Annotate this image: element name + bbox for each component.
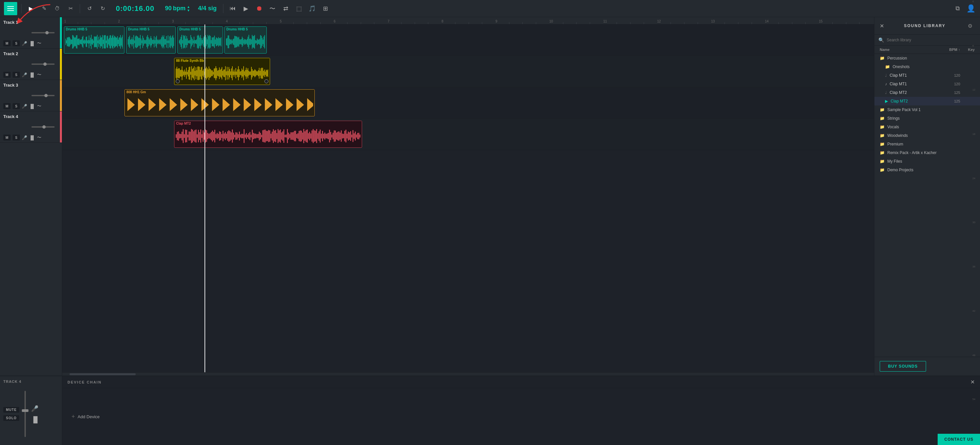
track3-mic-icon[interactable]: 🎤: [22, 104, 27, 109]
library-item-2[interactable]: ♩ Clap MT1 120: [874, 71, 980, 80]
skip-back-button[interactable]: ⏮: [228, 3, 238, 14]
library-item-8[interactable]: 📁 Vocals: [874, 123, 980, 131]
redo-button[interactable]: ↻: [97, 3, 108, 14]
library-item-9[interactable]: 📁 Woodwinds: [874, 131, 980, 140]
library-item-6[interactable]: 📁 Sample Pack Vol 1: [874, 106, 980, 114]
track-volume-2[interactable]: [32, 63, 55, 65]
mic-icon-bottom[interactable]: 🎤: [31, 405, 40, 412]
svg-rect-470: [288, 132, 289, 139]
svg-rect-435: [247, 135, 248, 137]
timeline-ruler[interactable]: 123456789101112131415: [62, 17, 874, 24]
track1-mute[interactable]: M: [3, 40, 11, 46]
library-item-5[interactable]: ▶ Clap MT2 125: [874, 97, 980, 106]
library-item-1[interactable]: 📁 Oneshots: [874, 62, 980, 71]
svg-rect-483: [304, 129, 304, 143]
window-btn[interactable]: ⧉: [952, 3, 963, 14]
fader-thumb[interactable]: [22, 409, 29, 412]
mix-button[interactable]: ⊞: [320, 3, 331, 14]
library-close-button[interactable]: ✕: [880, 23, 884, 29]
bpm-arrows[interactable]: ▲▼: [187, 5, 190, 12]
svg-rect-383: [186, 130, 187, 142]
loop-button[interactable]: ⇄: [280, 3, 291, 14]
clip-clap[interactable]: Clap MT2: [174, 121, 362, 148]
library-item-3[interactable]: ♪ Clap MT1 120: [874, 80, 980, 88]
track1-wave-icon[interactable]: 〜: [37, 40, 41, 46]
library-item-7[interactable]: 📁 Strings: [874, 114, 980, 123]
undo-icon: ↺: [88, 5, 92, 11]
svg-rect-377: [180, 133, 180, 139]
library-item-10[interactable]: 📁 Premium: [874, 140, 980, 149]
track1-eq-icon[interactable]: ▐▌: [29, 41, 35, 46]
clip-loop-handle-left[interactable]: [176, 79, 180, 83]
timer-tool-button[interactable]: ⏱: [52, 3, 62, 14]
track-volume-1[interactable]: [32, 32, 55, 33]
library-item-0[interactable]: 📁 Percussion: [874, 54, 980, 62]
metronome-button[interactable]: 🎵: [307, 3, 317, 14]
track4-solo[interactable]: S: [13, 135, 20, 141]
track4-mute[interactable]: M: [3, 135, 11, 141]
pencil-tool-button[interactable]: ✎: [39, 3, 49, 14]
svg-rect-401: [207, 133, 208, 139]
clip-808[interactable]: 808 HH1 Gm: [124, 89, 315, 116]
svg-rect-473: [291, 132, 293, 139]
clip-drums-2[interactable]: Drums HHB 5: [126, 27, 176, 54]
track4-eq-icon[interactable]: ▐▌: [29, 135, 35, 140]
track2-mic-icon[interactable]: 🎤: [22, 73, 27, 78]
library-item-11[interactable]: 📁 Remix Pack - Artik x Kacher: [874, 149, 980, 157]
track2-solo[interactable]: S: [13, 72, 20, 78]
solo-button[interactable]: SOLO: [3, 415, 19, 421]
select-tool-button[interactable]: ▶: [25, 3, 36, 14]
clip-drums-4[interactable]: Drums HHB 5: [224, 27, 267, 54]
library-item-4[interactable]: ♩ Clap MT2 125: [874, 88, 980, 97]
svg-rect-64: [113, 35, 113, 49]
track3-eq-icon[interactable]: ▐▌: [29, 104, 35, 109]
mute-button[interactable]: MUTE: [3, 407, 19, 413]
svg-rect-169: [202, 40, 202, 44]
track3-wave-icon[interactable]: 〜: [37, 103, 41, 109]
track2-wave-icon[interactable]: 〜: [37, 72, 41, 78]
track4-mic-icon[interactable]: 🎤: [22, 135, 27, 140]
track4-wave-icon[interactable]: 〜: [37, 135, 41, 141]
buy-sounds-button[interactable]: BUY SOUNDS: [880, 361, 926, 372]
library-item-12[interactable]: 📁 My Files: [874, 157, 980, 166]
track1-mic-icon[interactable]: 🎤: [22, 41, 27, 46]
clip-loop-handle-right[interactable]: [264, 79, 269, 83]
track3-mute[interactable]: M: [3, 103, 11, 109]
record-button[interactable]: ⏺: [254, 3, 264, 14]
track3-solo[interactable]: S: [13, 103, 20, 109]
add-device-button[interactable]: + Add Device: [67, 411, 103, 423]
svg-rect-299: [222, 67, 223, 79]
svg-rect-121: [161, 39, 161, 44]
clip-waveform: [126, 32, 175, 52]
track2-mute[interactable]: M: [3, 72, 11, 78]
library-item-13[interactable]: 📁 Demo Projects: [874, 166, 980, 174]
ruler-tick: [361, 22, 361, 24]
vertical-fader[interactable]: [24, 391, 26, 437]
svg-rect-81: [128, 39, 129, 44]
eq-icon-bottom[interactable]: ▐▌: [31, 416, 40, 423]
track1-solo[interactable]: S: [13, 40, 20, 46]
svg-rect-325: [244, 71, 245, 75]
clip-drums-3[interactable]: Drums HHB 5: [177, 27, 223, 54]
svg-rect-85: [131, 39, 132, 44]
track-volume-4[interactable]: [32, 126, 55, 128]
contact-us-button[interactable]: CONTACT US: [938, 434, 980, 445]
automation-button[interactable]: 〜: [267, 3, 278, 14]
svg-rect-35: [91, 35, 92, 49]
cut-tool-button[interactable]: ✂: [65, 3, 76, 14]
export-button[interactable]: ⬚: [294, 3, 304, 14]
menu-button[interactable]: [4, 2, 17, 15]
play-button[interactable]: ▶: [240, 3, 251, 14]
search-input[interactable]: [887, 38, 976, 42]
track-row-1: Drums HHB 5 Drums HHB 5 Drums HHB 5 Drum…: [62, 24, 874, 56]
svg-rect-76: [122, 37, 123, 47]
svg-rect-389: [193, 131, 194, 141]
svg-rect-23: [82, 37, 83, 47]
search-icon: 🔍: [878, 37, 884, 43]
clip-flute[interactable]: 88 Flute Synth Bb: [174, 58, 270, 85]
track-volume-3[interactable]: [32, 95, 55, 96]
undo-button[interactable]: ↺: [84, 3, 95, 14]
track2-eq-icon[interactable]: ▐▌: [29, 73, 35, 78]
clip-drums-1[interactable]: Drums HHB 5: [64, 27, 124, 54]
scrollbar-thumb[interactable]: [70, 373, 136, 375]
